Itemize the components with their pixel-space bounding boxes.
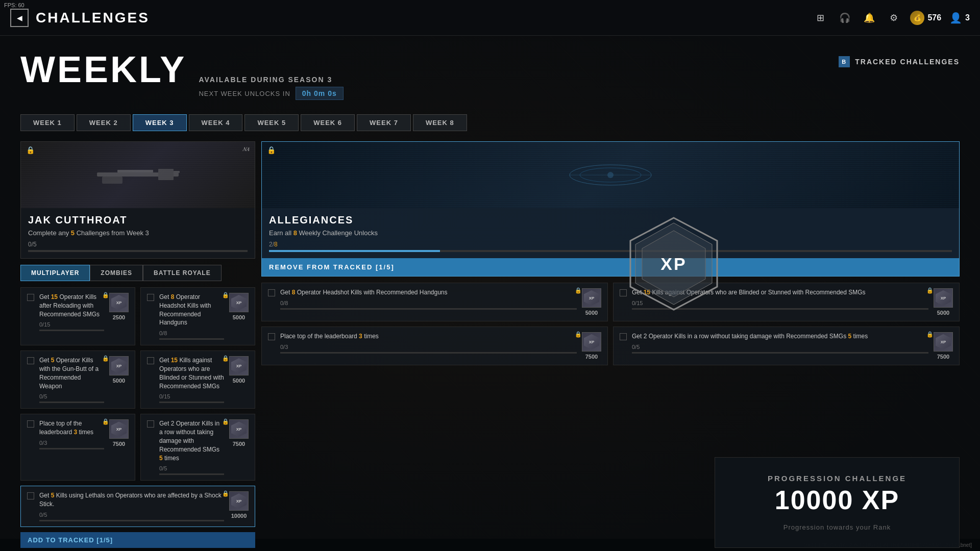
alleg-progress: 2/8 (269, 241, 952, 248)
main-content: WEEKLY AVAILABLE DURING SEASON 3 NEXT WE… (0, 36, 980, 551)
allegiances-card: 🔒 ALLEGIANCES Earn all 8 Weekly Challeng… (261, 141, 960, 277)
lock-icon: 🔒 (26, 146, 35, 154)
tracked-challenges-button[interactable]: B TRACKED CHALLENGES (839, 56, 960, 67)
r-progress-4: 0/5 (632, 344, 928, 350)
r-right-4: XP 7500 (934, 332, 953, 360)
r-xp-2: 5000 (937, 310, 949, 316)
challenge-item-2: 🔒 Get 8 Operator Headshot Kills with Rec… (140, 287, 255, 345)
r-mini-progress-3 (280, 352, 577, 354)
tab-week7[interactable]: WEEK 7 (357, 114, 411, 131)
currency-display: 💰 576 (910, 11, 941, 25)
tab-zombies[interactable]: ZOMBIES (90, 265, 143, 281)
alleg-progress-fill (269, 250, 440, 252)
xp-amount-5: 7500 (113, 441, 125, 447)
xp-badge-1: XP (109, 293, 129, 312)
r-info-4: Get 2 Operator Kills in a row without ta… (632, 332, 928, 354)
jak-cutthroat-image: 🔒 𝑁𝐴 (21, 142, 255, 208)
week-tabs: WEEK 1 WEEK 2 WEEK 3 WEEK 4 WEEK 5 WEEK … (20, 114, 960, 131)
progress-4: 0/15 (159, 393, 224, 399)
checkbox-4[interactable] (147, 357, 154, 364)
unlock-label: NEXT WEEK UNLOCKS IN (199, 90, 290, 97)
tracked-btn-icon: B (839, 56, 850, 67)
lock-7: 🔒 (222, 490, 229, 497)
right-challenge-grid: 🔒 Get 8 Operator Headshot Kills with Rec… (261, 283, 960, 365)
r-xp-badge-4: XP (934, 332, 953, 352)
xp-badge-3: XP (109, 356, 129, 375)
challenge-info-7: Get 5 Kills using Lethals on Operators w… (39, 491, 224, 521)
xp-badge-4: XP (229, 356, 249, 375)
tab-week8[interactable]: WEEK 8 (413, 114, 467, 131)
checkbox-7[interactable] (27, 492, 34, 499)
tab-week6[interactable]: WEEK 6 (301, 114, 355, 131)
tab-multiplayer[interactable]: MULTIPLAYER (20, 265, 90, 281)
svg-rect-2 (102, 177, 122, 184)
tab-week1[interactable]: WEEK 1 (20, 114, 75, 131)
topbar-right: ⊞ 🎧 🔔 ⚙ 💰 576 👤 3 (812, 10, 970, 26)
r-text-4: Get 2 Operator Kills in a row without ta… (632, 332, 928, 341)
notification-icon[interactable]: 🔔 (861, 10, 877, 26)
r-checkbox-4[interactable] (620, 333, 627, 340)
r-challenge-3: 🔒 Place top of the leaderboard 3 times 0… (261, 327, 608, 365)
tab-week3[interactable]: WEEK 3 (133, 114, 187, 131)
progress-1: 0/15 (39, 321, 104, 328)
grid-icon[interactable]: ⊞ (812, 10, 828, 26)
prog-desc: Progression towards your Rank (736, 523, 939, 531)
progress-7: 0/5 (39, 512, 224, 518)
alleg-title: ALLEGIANCES (269, 214, 952, 226)
r-mini-progress-4 (632, 352, 928, 354)
lock-3: 🔒 (102, 355, 109, 362)
challenge-item-1: 🔒 Get 15 Operator Kills after Reloading … (20, 287, 135, 345)
xp-badge-6: XP (229, 419, 249, 439)
settings-icon[interactable]: ⚙ (886, 10, 902, 26)
allegiances-image: 🔒 (262, 142, 959, 208)
jak-cutthroat-body: JAK CUTTHROAT Complete any 5 Challenges … (21, 208, 255, 258)
fps-counter: FPS: 60 (4, 2, 24, 8)
r-xp-4: 7500 (937, 354, 949, 360)
xp-amount-7: 10000 (231, 513, 247, 519)
jak-cutthroat-card: 🔒 𝑁𝐴 JAK CUTTHROAT Complete any 5 Challe… (20, 141, 255, 259)
r-mini-progress-1 (280, 308, 577, 310)
topbar: FPS: 60 CHALLENGES ⊞ 🎧 🔔 ⚙ 💰 576 👤 3 (0, 0, 980, 36)
r-lock-4: 🔒 (926, 331, 934, 338)
tab-week4[interactable]: WEEK 4 (189, 114, 243, 131)
challenge-right-7: XP 10000 (229, 491, 249, 519)
jak-progress-bar (28, 250, 248, 252)
weapon-silhouette-svg (87, 160, 189, 190)
challenge-text-3: Get 5 Operator Kills with the Gun-Butt o… (39, 356, 104, 390)
add-to-tracked-bar[interactable]: ADD TO TRACKED [1/5] (20, 532, 255, 548)
challenge-text-6: Get 2 Operator Kills in a row without ta… (159, 419, 224, 462)
tab-battle-royale[interactable]: BATTLE ROYALE (143, 265, 222, 281)
r-xp-1: 5000 (585, 310, 598, 316)
xp-badge-7: XP (229, 491, 249, 511)
r-checkbox-3[interactable] (268, 333, 275, 340)
checkbox-5[interactable] (27, 420, 34, 428)
headphones-icon[interactable]: 🎧 (837, 10, 853, 26)
challenge-info-2: Get 8 Operator Headshot Kills with Recom… (159, 293, 224, 340)
header-left: WEEKLY AVAILABLE DURING SEASON 3 NEXT WE… (20, 51, 344, 100)
weekly-title: WEEKLY (20, 51, 186, 88)
page-title: CHALLENGES (36, 10, 150, 26)
topbar-left: CHALLENGES (10, 9, 150, 27)
checkbox-6[interactable] (147, 420, 154, 428)
svg-rect-1 (158, 169, 174, 180)
tab-week5[interactable]: WEEK 5 (244, 114, 299, 131)
challenge-item-3: 🔒 Get 5 Operator Kills with the Gun-Butt… (20, 350, 135, 409)
r-checkbox-1[interactable] (268, 289, 275, 296)
checkbox-3[interactable] (27, 357, 34, 364)
r-right-1: XP 5000 (582, 288, 601, 316)
r-xp-badge-3: XP (582, 332, 601, 352)
challenge-item-7: 🔒 Get 5 Kills using Lethals on Operators… (20, 486, 255, 527)
tab-week2[interactable]: WEEK 2 (77, 114, 131, 131)
xp-amount-4: 5000 (233, 378, 245, 384)
progress-2: 0/8 (159, 330, 224, 336)
r-text-3: Place top of the leaderboard 3 times (280, 332, 577, 341)
checkbox-2[interactable] (147, 294, 154, 301)
xp-hexagon-container: XP (623, 213, 725, 315)
alleg-progress-bar (269, 250, 952, 252)
back-button[interactable] (10, 9, 29, 27)
checkbox-1[interactable] (27, 294, 34, 301)
r-progress-1: 0/8 (280, 300, 577, 306)
challenge-info-6: Get 2 Operator Kills in a row without ta… (159, 419, 224, 475)
challenge-text-2: Get 8 Operator Headshot Kills with Recom… (159, 293, 224, 327)
remove-tracked-bar[interactable]: REMOVE FROM TRACKED [1/5] (262, 258, 959, 276)
